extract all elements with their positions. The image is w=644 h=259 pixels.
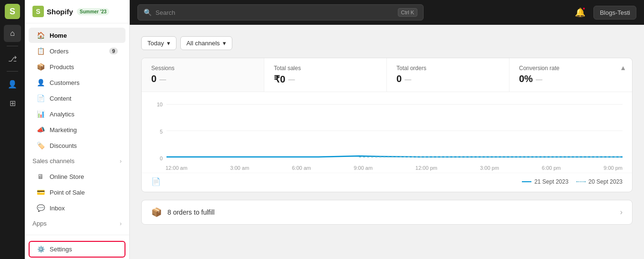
sidebar-item-discounts[interactable]: 🏷️ Discounts	[29, 138, 125, 153]
chart-x-labels: 12:00 am 3:00 am 6:00 am 9:00 am 12:00 p…	[166, 163, 623, 173]
keyboard-shortcut: Ctrl K	[398, 8, 418, 17]
time-filter-button[interactable]: Today ▾	[141, 36, 177, 50]
apps-arrow: ›	[120, 220, 122, 227]
legend-dotted-line	[576, 181, 586, 182]
content-icon: 📄	[36, 94, 45, 102]
x-label-1200am: 12:00 am	[166, 165, 187, 171]
sales-channels-section[interactable]: Sales channels ›	[25, 154, 129, 168]
notification-button[interactable]: 🔔	[572, 5, 588, 20]
sidebar-item-online-store-label: Online Store	[50, 173, 84, 180]
search-input[interactable]	[156, 9, 394, 16]
notification-dot	[582, 7, 586, 10]
inbox-icon: 💬	[36, 204, 45, 212]
sidebar-item-discounts-label: Discounts	[50, 142, 77, 149]
main-content: 🔍 Ctrl K 🔔 Blogs-Testi Today ▾ All chann…	[130, 0, 644, 259]
legend-21-sept: 21 Sept 2023	[522, 178, 568, 185]
sidebar-footer: ⚙️ Settings	[25, 235, 129, 259]
sidebar-item-orders[interactable]: 📋 Orders 9	[29, 43, 125, 59]
sidebar-item-products-label: Products	[50, 63, 74, 71]
sidebar-item-marketing-label: Marketing	[50, 126, 77, 134]
sidebar-item-content[interactable]: 📄 Content	[29, 91, 125, 106]
apps-section[interactable]: Apps ›	[25, 216, 129, 231]
total-orders-dash: —	[405, 75, 411, 83]
sidebar-item-analytics[interactable]: 📊 Analytics	[29, 106, 125, 122]
sidebar-item-online-store[interactable]: 🖥 Online Store	[29, 169, 125, 184]
total-orders-label: Total orders	[396, 65, 499, 72]
sidebar-item-content-label: Content	[50, 95, 72, 102]
channel-filter-label: All channels	[187, 40, 220, 47]
point-of-sale-icon: 💳	[36, 188, 45, 196]
stats-row: Sessions 0 — Total sales ₹0 — Total orde…	[142, 58, 632, 92]
icon-bar-divider-1	[7, 46, 18, 46]
sessions-stat: Sessions 0 —	[142, 58, 264, 92]
filters-row: Today ▾ All channels ▾	[141, 36, 633, 50]
conversion-rate-stat: Conversion rate 0% — ▲	[509, 58, 632, 92]
search-bar[interactable]: 🔍 Ctrl K	[137, 4, 424, 21]
sidebar-item-home-label: Home	[50, 32, 67, 39]
x-label-300pm: 3:00 pm	[480, 165, 499, 171]
settings-button[interactable]: ⚙️ Settings	[29, 241, 125, 258]
sidebar-item-home[interactable]: 🏠 Home	[29, 28, 125, 43]
time-filter-label: Today	[147, 40, 164, 47]
orders-icon: 📋	[36, 47, 45, 55]
analytics-icon: 📊	[36, 110, 45, 118]
sidebar-item-inbox[interactable]: 💬 Inbox	[29, 200, 125, 216]
sales-channels-label: Sales channels	[32, 157, 74, 165]
orders-badge: 9	[109, 48, 118, 54]
orders-fulfill-text: 8 orders to fulfill	[167, 208, 620, 216]
total-sales-label: Total sales	[274, 65, 377, 72]
channel-filter-chevron: ▾	[223, 40, 226, 47]
orders-card[interactable]: 📦 8 orders to fulfill ›	[141, 200, 633, 225]
sidebar-item-orders-label: Orders	[50, 48, 69, 55]
stats-card: Sessions 0 — Total sales ₹0 — Total orde…	[141, 58, 633, 192]
icon-bar-grid[interactable]: ⊞	[4, 94, 21, 112]
icon-bar: S ⌂ ⎇ 👤 ⊞	[0, 0, 25, 259]
sidebar-item-marketing[interactable]: 📣 Marketing	[29, 122, 125, 137]
total-sales-value: ₹0 —	[274, 73, 377, 85]
collapse-button[interactable]: ▲	[620, 64, 626, 72]
legend-20-sept-label: 20 Sept 2023	[589, 178, 623, 185]
conversion-rate-value: 0% —	[519, 73, 623, 84]
conversion-rate-label: Conversion rate	[519, 65, 623, 72]
shopify-logo: S Shopify	[32, 6, 73, 17]
sales-channels-arrow: ›	[120, 158, 122, 165]
sidebar-item-point-of-sale[interactable]: 💳 Point of Sale	[29, 185, 125, 200]
online-store-icon: 🖥	[36, 173, 45, 180]
sidebar-item-products[interactable]: 📦 Products	[29, 59, 125, 74]
sessions-dash: —	[159, 75, 166, 83]
page-area: Today ▾ All channels ▾ Sessions 0 — Tot	[130, 25, 644, 259]
search-icon: 🔍	[144, 9, 152, 16]
app-logo[interactable]: S	[5, 4, 20, 19]
sidebar-item-inbox-label: Inbox	[50, 205, 65, 212]
products-icon: 📦	[36, 63, 45, 71]
legend-20-sept: 20 Sept 2023	[576, 178, 623, 185]
sidebar-nav: 🏠 Home 📋 Orders 9 📦 Products 👤 Customers…	[25, 23, 129, 235]
x-label-600pm: 6:00 pm	[542, 165, 561, 171]
top-bar: 🔍 Ctrl K 🔔 Blogs-Testi	[130, 0, 644, 25]
discounts-icon: 🏷️	[36, 142, 45, 149]
apps-label: Apps	[32, 220, 47, 227]
y-label-0: 0	[151, 155, 163, 161]
icon-bar-divider-2	[7, 71, 18, 72]
x-label-600am: 6:00 am	[292, 165, 311, 171]
top-bar-right: 🔔 Blogs-Testi	[572, 5, 636, 20]
export-button[interactable]: 📄	[151, 177, 161, 186]
sidebar-item-analytics-label: Analytics	[50, 111, 74, 118]
icon-bar-node[interactable]: ⎇	[4, 50, 21, 67]
legend-solid-line	[522, 181, 531, 182]
home-icon: 🏠	[36, 31, 45, 39]
total-sales-stat: Total sales ₹0 —	[264, 58, 387, 92]
store-name-button[interactable]: Blogs-Testi	[593, 6, 636, 20]
settings-label: Settings	[50, 246, 72, 253]
x-label-900pm: 9:00 pm	[603, 165, 623, 171]
customers-icon: 👤	[36, 79, 45, 86]
shopify-s-icon: S	[32, 6, 44, 17]
icon-bar-person[interactable]: 👤	[4, 75, 21, 93]
sidebar-item-customers[interactable]: 👤 Customers	[29, 75, 125, 90]
chart-legend: 21 Sept 2023 20 Sept 2023	[522, 178, 623, 185]
icon-bar-home[interactable]: ⌂	[4, 25, 21, 42]
sidebar-item-customers-label: Customers	[50, 79, 80, 86]
orders-fulfill-icon: 📦	[151, 207, 162, 218]
channel-filter-button[interactable]: All channels ▾	[180, 36, 232, 50]
total-orders-value: 0 —	[396, 73, 499, 84]
